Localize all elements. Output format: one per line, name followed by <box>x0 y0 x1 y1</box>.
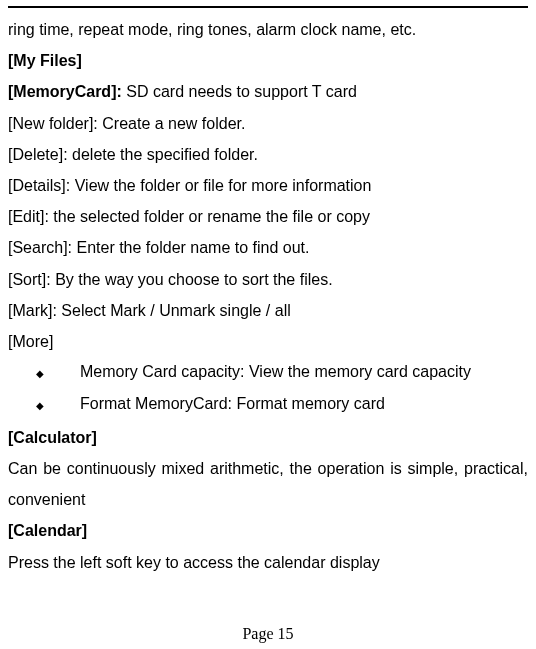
search-line: [Search]: Enter the folder name to find … <box>8 232 528 263</box>
details-line: [Details]: View the folder or file for m… <box>8 170 528 201</box>
my-files-header: [My Files] <box>8 45 528 76</box>
calendar-header: [Calendar] <box>8 515 528 546</box>
page-number: Page 15 <box>0 625 536 643</box>
mark-line: [Mark]: Select Mark / Unmark single / al… <box>8 295 528 326</box>
new-folder-line: [New folder]: Create a new folder. <box>8 108 528 139</box>
calculator-header: [Calculator] <box>8 422 528 453</box>
intro-continued: ring time, repeat mode, ring tones, alar… <box>8 14 528 45</box>
memory-card-line: [MemoryCard]: SD card needs to support T… <box>8 76 528 107</box>
more-line: [More] <box>8 326 528 357</box>
sort-line: [Sort]: By the way you choose to sort th… <box>8 264 528 295</box>
delete-line: [Delete]: delete the specified folder. <box>8 139 528 170</box>
bullet-capacity: Memory Card capacity: View the memory ca… <box>36 357 528 387</box>
calendar-body: Press the left soft key to access the ca… <box>8 547 528 578</box>
bullet-format: Format MemoryCard: Format memory card <box>36 389 528 419</box>
calculator-body: Can be continuously mixed arithmetic, th… <box>8 453 528 515</box>
horizontal-rule <box>8 6 528 8</box>
edit-line: [Edit]: the selected folder or rename th… <box>8 201 528 232</box>
more-sublist: Memory Card capacity: View the memory ca… <box>8 357 528 420</box>
